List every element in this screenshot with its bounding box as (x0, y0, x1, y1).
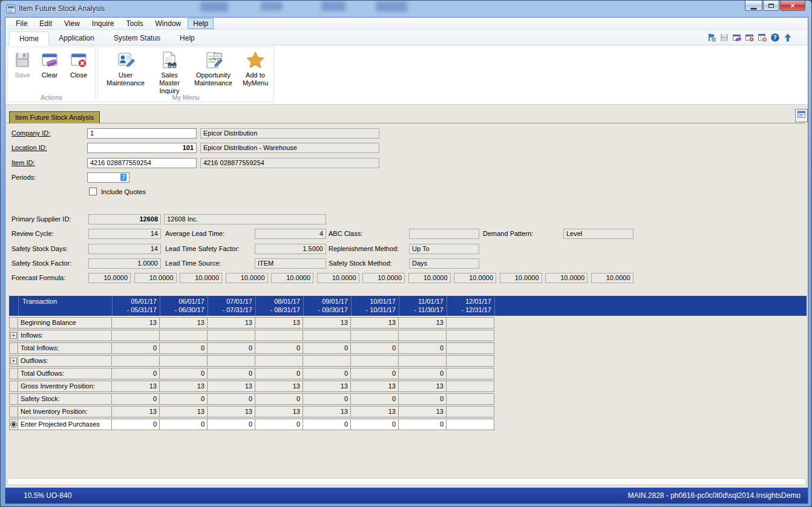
grid-row-header (9, 406, 18, 417)
ribbon-button-opportunity-maintenance[interactable]: Opportunity Maintenance (188, 48, 238, 87)
periods-input[interactable]: 7 (87, 172, 129, 183)
grid-cell (112, 330, 160, 341)
grid-row-header (9, 381, 18, 392)
ribbon-button-label: Close (70, 71, 87, 79)
company-id-input[interactable]: 1 (87, 128, 197, 139)
grid-row-label: Enter Projected Purchases (18, 419, 112, 430)
grid-cell (112, 355, 160, 367)
clear-icon[interactable] (732, 32, 742, 43)
grid-cell (447, 406, 494, 417)
location-id-label[interactable]: Location ID: (11, 144, 47, 151)
grid-cell: 13 (160, 406, 208, 417)
collapse-ribbon-icon[interactable] (782, 32, 793, 43)
validate-flag-icon[interactable] (706, 32, 717, 43)
grid-cell[interactable]: 0 (255, 419, 303, 430)
grid-cell[interactable]: 0 (351, 419, 399, 430)
grid-cell (447, 355, 494, 367)
panel-toggle-button[interactable] (795, 109, 808, 122)
grid-row-enter-projected-purchases: Enter Projected Purchases0000000 (9, 419, 494, 430)
svg-text:?: ? (773, 34, 777, 41)
delete-record-icon[interactable] (757, 32, 768, 43)
title-bar[interactable]: Item Future Stock Analysis ▬✕ (1, 1, 811, 18)
ribbon-button-save[interactable]: Save (10, 48, 34, 79)
forecast-formula-field: 10.0000 (545, 273, 588, 283)
grid-cell: 13 (112, 381, 160, 392)
forecast-formula-field: 10.0000 (271, 273, 313, 283)
grid-header-period: 05/01/17- 05/31/17 (112, 296, 160, 316)
ribbon-button-user-maintenance[interactable]: User Maintenance (100, 48, 151, 87)
grid-row-header (9, 393, 18, 405)
grid-cell: 0 (255, 368, 303, 379)
status-bar: 10.5% UO-840 MAIN.2828 - ph0616-pc0c0t0d… (5, 488, 808, 503)
grid-cell: 13 (303, 406, 351, 417)
window-title: Item Future Stock Analysis (19, 4, 105, 13)
company-id-label[interactable]: Company ID: (11, 129, 50, 137)
ribbon: SaveClearCloseActionsUser MaintenanceSal… (5, 45, 808, 105)
primary-supplier-id-field: 12608 (88, 214, 161, 224)
include-quotes-checkbox[interactable] (89, 188, 97, 195)
periods-selected-text: 7 (120, 174, 126, 181)
grid-row-header (9, 419, 18, 430)
primary-supplier-description: 12608 Inc. (164, 214, 326, 224)
ribbon-button-sales-master-inquiry[interactable]: Sales Master Inquiry (152, 48, 187, 95)
menu-item-window[interactable]: Window (150, 18, 187, 29)
menu-item-file[interactable]: File (10, 18, 33, 29)
grid-cell: 0 (351, 342, 399, 354)
window-controls: ▬✕ (744, 1, 805, 11)
grid-cell (351, 330, 399, 341)
item-id-description: 4216 028877559254 (200, 158, 379, 168)
grid-cell[interactable]: 0 (112, 419, 160, 430)
close-button[interactable]: ✕ (780, 1, 805, 11)
ribbon-tab-application[interactable]: Application (49, 31, 104, 45)
ribbon-button-label: Opportunity Maintenance (189, 71, 237, 87)
clear-icon (40, 50, 59, 70)
grid-cell[interactable]: 0 (160, 419, 208, 430)
grid-row-label: Outflows: (18, 355, 112, 367)
grid-cell[interactable] (447, 419, 494, 430)
grid-cell: 0 (399, 342, 447, 354)
menu-item-view[interactable]: View (59, 18, 85, 29)
safety-stock-days-field: 14 (88, 244, 161, 254)
grid-cell[interactable]: 0 (208, 419, 255, 430)
item-id-label[interactable]: Item ID: (11, 159, 35, 166)
grid-cell (255, 355, 303, 367)
grid-row-net-inventory-position: Net Inventory Position:13131313131313 (9, 406, 494, 417)
location-id-input[interactable]: 101 (87, 143, 197, 153)
menu-item-help[interactable]: Help (188, 18, 214, 29)
menu-item-inquire[interactable]: Inquire (87, 18, 120, 29)
grid-cell: 0 (112, 368, 160, 379)
help-icon[interactable]: ? (770, 32, 781, 43)
ribbon-button-label: User Maintenance (102, 71, 149, 87)
ribbon-button-add-to-mymenu[interactable]: Add to MyMenu (240, 48, 271, 87)
close-icon[interactable] (744, 32, 755, 43)
grid-cell (447, 368, 494, 379)
ribbon-tab-help[interactable]: Help (170, 31, 205, 45)
grid-cell[interactable]: 0 (303, 419, 351, 430)
grid-cell: 13 (399, 406, 447, 417)
maximize-button[interactable] (763, 1, 779, 11)
menu-item-edit[interactable]: Edit (34, 18, 57, 29)
document-tab[interactable]: Item Future Stock Analysis (9, 111, 100, 123)
ribbon-tab-system-status[interactable]: System Status (104, 31, 170, 45)
grid-cell (303, 330, 351, 341)
grid-cell (208, 355, 255, 367)
ribbon-tab-home[interactable]: Home (9, 31, 49, 45)
minimize-button[interactable]: ▬ (745, 1, 762, 11)
save-icon[interactable] (719, 32, 730, 43)
grid-header-period: 08/01/17- 08/31/17 (255, 296, 303, 316)
ribbon-group-label: My Menu (98, 94, 273, 101)
ribbon-button-label: Save (15, 71, 30, 79)
ribbon-button-close[interactable]: Close (65, 48, 93, 79)
forecast-formula-field: 10.0000 (180, 273, 222, 283)
grid-header-transaction: Transaction (18, 296, 112, 316)
menu-item-tools[interactable]: Tools (121, 18, 149, 29)
forecast-formula-label: Forecast Formula: (11, 274, 65, 281)
grid-cell[interactable]: 0 (399, 419, 447, 430)
grid-cell (208, 330, 255, 341)
item-id-input[interactable]: 4216 028877559254 (87, 158, 197, 168)
expand-button[interactable]: + (10, 358, 17, 364)
grid-header-filler (494, 296, 807, 316)
ribbon-button-clear[interactable]: Clear (36, 48, 64, 79)
grid-cell (447, 317, 494, 329)
expand-button[interactable]: + (10, 332, 17, 339)
